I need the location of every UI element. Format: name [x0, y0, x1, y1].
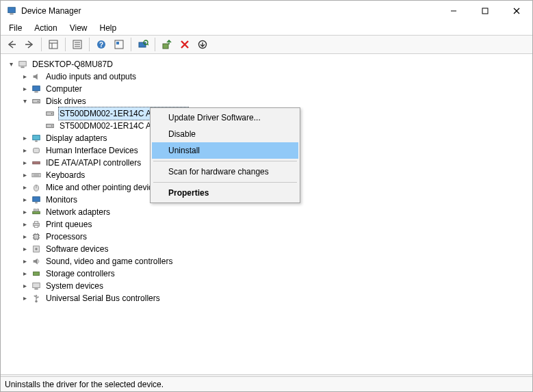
update-driver-button[interactable] — [159, 37, 175, 52]
tree-category-print[interactable]: ▸ Print queues — [6, 218, 532, 231]
hid-icon — [31, 145, 42, 156]
expand-icon[interactable]: ▸ — [20, 133, 29, 143]
action-button[interactable] — [111, 37, 127, 52]
svg-point-29 — [51, 113, 53, 114]
help-button[interactable]: ? — [93, 37, 109, 52]
expand-icon[interactable]: ▸ — [20, 232, 29, 241]
tree-category-computer[interactable]: ▸ Computer — [6, 83, 532, 95]
network-icon — [31, 207, 42, 218]
svg-rect-36 — [32, 173, 40, 177]
audio-icon — [31, 71, 42, 82]
expand-icon[interactable]: ▸ — [20, 72, 29, 81]
processor-icon — [31, 231, 42, 242]
tree-label: Audio inputs and outputs — [44, 70, 138, 83]
svg-rect-20 — [163, 44, 168, 49]
scan-hardware-button[interactable] — [135, 37, 151, 52]
tree-category-sound[interactable]: ▸ Sound, video and game controllers — [6, 255, 532, 267]
expand-icon[interactable]: ▸ — [20, 84, 29, 94]
svg-rect-25 — [34, 92, 38, 93]
uninstall-button[interactable] — [177, 37, 193, 52]
expand-icon[interactable]: ▸ — [20, 146, 29, 155]
forward-button[interactable] — [21, 37, 38, 52]
menu-bar: File Action View Help — [1, 21, 532, 35]
svg-point-65 — [34, 296, 36, 297]
svg-point-27 — [38, 101, 39, 102]
svg-rect-48 — [34, 226, 38, 228]
expand-icon[interactable]: ▸ — [20, 269, 29, 278]
tree-label: Display adapters — [44, 132, 108, 144]
collapse-icon[interactable]: ▾ — [20, 96, 29, 106]
usb-icon — [31, 293, 42, 304]
context-menu: Update Driver Software... Disable Uninst… — [150, 107, 300, 203]
system-icon — [31, 280, 42, 291]
toolbar: ? — [1, 35, 532, 54]
svg-rect-34 — [34, 148, 40, 153]
svg-rect-26 — [33, 99, 40, 103]
expand-icon[interactable]: ▾ — [6, 60, 16, 69]
status-bar: Uninstalls the driver for the selected d… — [1, 376, 532, 391]
tree-label: Storage controllers — [44, 267, 116, 280]
ctx-uninstall[interactable]: Uninstall — [152, 142, 298, 159]
ctx-separator — [153, 182, 297, 183]
svg-rect-66 — [38, 296, 39, 298]
tree-label: Processors — [44, 231, 88, 243]
tree-category-audio[interactable]: ▸ Audio inputs and outputs — [6, 70, 532, 83]
ctx-scan[interactable]: Scan for hardware changes — [152, 164, 298, 180]
svg-rect-44 — [34, 209, 36, 211]
svg-rect-49 — [34, 235, 39, 239]
svg-line-19 — [147, 44, 148, 45]
menu-file[interactable]: File — [3, 22, 27, 34]
expand-icon[interactable]: ▸ — [20, 281, 29, 291]
tree-category-system[interactable]: ▸ System devices — [6, 280, 532, 292]
svg-rect-22 — [19, 62, 27, 66]
svg-point-63 — [35, 300, 38, 303]
expand-icon[interactable]: ▸ — [20, 183, 29, 192]
show-hide-tree-button[interactable] — [45, 37, 62, 52]
ctx-update-driver[interactable]: Update Driver Software... — [152, 109, 298, 126]
tree-root[interactable]: ▾ DESKTOP-Q8MU87D — [6, 58, 532, 70]
svg-rect-35 — [33, 161, 40, 164]
maximize-button[interactable] — [469, 1, 501, 21]
svg-rect-17 — [139, 42, 146, 47]
ctx-properties[interactable]: Properties — [152, 185, 298, 201]
back-button[interactable] — [3, 37, 20, 52]
storage-icon — [31, 268, 42, 279]
printer-icon — [31, 219, 42, 230]
minimize-button[interactable] — [438, 1, 469, 21]
tree-category-network[interactable]: ▸ Network adapters — [6, 206, 532, 218]
expand-icon[interactable]: ▸ — [20, 244, 29, 254]
expand-icon[interactable]: ▸ — [20, 257, 29, 266]
mouse-icon — [31, 182, 42, 193]
expand-icon[interactable]: ▸ — [20, 195, 29, 205]
svg-rect-41 — [33, 197, 40, 202]
toolbar-separator — [41, 38, 42, 51]
toolbar-separator — [89, 38, 90, 51]
properties-button[interactable] — [69, 37, 86, 52]
tree-category-processors[interactable]: ▸ Processors — [6, 231, 532, 243]
expand-icon[interactable]: ▸ — [20, 158, 29, 168]
tree-label: Print queues — [44, 218, 93, 231]
disable-button[interactable] — [194, 37, 211, 52]
tree-category-disk-drives[interactable]: ▾ Disk drives — [6, 95, 532, 107]
tree-label: Human Interface Devices — [44, 144, 140, 157]
device-tree[interactable]: ▾ DESKTOP-Q8MU87D ▸ Audio inputs and out… — [1, 54, 532, 374]
tree-category-software[interactable]: ▸ Software devices — [6, 243, 532, 255]
svg-rect-60 — [34, 272, 40, 275]
tree-label: Mice and other pointing devices — [44, 181, 163, 194]
expand-icon[interactable]: ▸ — [20, 220, 29, 229]
ide-icon — [31, 157, 42, 168]
expand-icon[interactable]: ▸ — [20, 207, 29, 217]
svg-rect-45 — [37, 209, 39, 211]
svg-rect-33 — [35, 141, 38, 142]
expand-icon[interactable]: ▸ — [20, 170, 29, 180]
tree-category-storage[interactable]: ▸ Storage controllers — [6, 267, 532, 280]
expand-icon[interactable]: ▸ — [20, 293, 29, 303]
window-controls — [438, 1, 532, 21]
menu-view[interactable]: View — [64, 22, 93, 34]
computer-icon — [17, 59, 28, 70]
menu-action[interactable]: Action — [29, 22, 62, 34]
ctx-disable[interactable]: Disable — [152, 126, 298, 142]
close-button[interactable] — [501, 1, 532, 21]
tree-category-usb[interactable]: ▸ Universal Serial Bus controllers — [6, 292, 532, 304]
menu-help[interactable]: Help — [94, 22, 122, 34]
